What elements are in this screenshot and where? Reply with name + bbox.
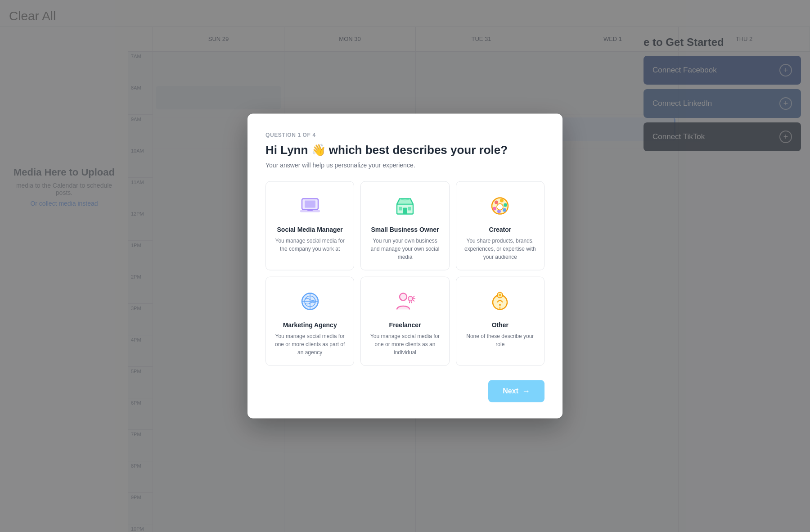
modal-title: Hi Lynn 👋 which best describes your role…	[266, 143, 544, 158]
other-icon	[486, 288, 513, 315]
role-desc-marketing-agency: You manage social media for one or more …	[273, 332, 346, 356]
role-title-small-business-owner: Small Business Owner	[368, 225, 441, 233]
svg-point-16	[497, 203, 503, 210]
next-arrow-icon: →	[522, 386, 530, 396]
role-title-marketing-agency: Marketing Agency	[273, 321, 346, 328]
palette-icon	[486, 192, 513, 219]
svg-point-21	[408, 296, 413, 301]
role-title-social-media-manager: Social Media Manager	[273, 225, 346, 233]
svg-rect-1	[305, 200, 315, 207]
next-button[interactable]: Next →	[488, 380, 544, 402]
role-title-freelancer: Freelancer	[368, 321, 441, 328]
svg-point-13	[503, 208, 506, 212]
svg-rect-6	[399, 207, 402, 210]
svg-rect-3	[307, 209, 313, 211]
svg-point-20	[400, 293, 407, 300]
question-label: QUESTION 1 OF 4	[266, 132, 544, 138]
next-label: Next	[503, 387, 518, 395]
role-card-marketing-agency[interactable]: Marketing Agency You manage social media…	[266, 276, 354, 365]
store-icon	[392, 192, 418, 219]
role-desc-creator: You share products, brands, experiences,…	[464, 236, 537, 261]
role-title-other: Other	[464, 321, 537, 328]
role-desc-other: None of these describe your role	[464, 332, 537, 348]
role-card-other[interactable]: Other None of these describe your role	[456, 276, 544, 365]
svg-point-10	[495, 200, 498, 204]
role-card-freelancer[interactable]: Freelancer You manage social media for o…	[360, 276, 449, 365]
role-card-small-business-owner[interactable]: Small Business Owner You run your own bu…	[360, 181, 449, 270]
svg-point-27	[499, 293, 501, 296]
role-selection-modal: QUESTION 1 OF 4 Hi Lynn 👋 which best des…	[248, 114, 562, 419]
role-card-creator[interactable]: Creator You share products, brands, expe…	[456, 181, 544, 270]
svg-point-15	[493, 207, 496, 210]
modal-subtitle: Your answer will help us personalize you…	[266, 161, 544, 168]
svg-rect-8	[397, 203, 413, 205]
svg-line-24	[413, 299, 414, 301]
svg-rect-5	[403, 207, 407, 214]
svg-rect-7	[408, 207, 411, 210]
svg-point-11	[500, 198, 504, 202]
svg-point-30	[499, 304, 501, 306]
svg-point-12	[504, 203, 507, 207]
role-desc-small-business-owner: You run your own business and manage you…	[368, 236, 441, 261]
laptop-icon	[297, 192, 324, 219]
role-title-creator: Creator	[464, 225, 537, 233]
modal-footer: Next →	[266, 380, 544, 402]
role-desc-social-media-manager: You manage social media for the company …	[273, 236, 346, 252]
role-card-social-media-manager[interactable]: Social Media Manager You manage social m…	[266, 181, 354, 270]
agency-icon	[297, 288, 324, 315]
role-desc-freelancer: You manage social media for one or more …	[368, 332, 441, 356]
role-grid: Social Media Manager You manage social m…	[266, 181, 544, 365]
freelancer-icon	[392, 288, 418, 315]
svg-line-22	[413, 296, 414, 298]
